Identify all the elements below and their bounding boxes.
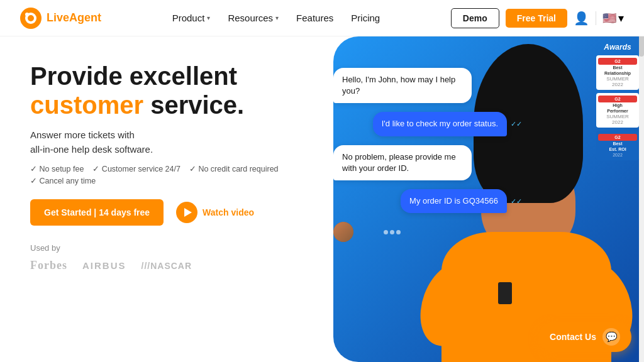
chat-message-3: No problem, please provide me with your … xyxy=(333,145,522,180)
chat-message-2: I'd like to check my order status. ✓✓ xyxy=(333,112,522,136)
chat-message-4: My order ID is GQ34566 ✓✓ xyxy=(333,189,522,213)
demo-button[interactable]: Demo xyxy=(451,8,499,28)
contact-us-button[interactable]: Contact Us 💬 xyxy=(538,322,631,352)
nav-product[interactable]: Product ▾ xyxy=(172,13,211,23)
hero-subtitle: Answer more tickets with all-in-one help… xyxy=(30,128,313,156)
logo[interactable]: LiveAgent xyxy=(20,8,101,29)
dot-2 xyxy=(390,230,394,234)
language-chevron-icon: ▾ xyxy=(618,11,624,25)
feature-customer-service: Customer service 24/7 xyxy=(92,164,180,173)
language-selector[interactable]: 🇺🇸 ▾ xyxy=(602,11,624,25)
hero-title: Provide excellent customer service. xyxy=(30,62,313,119)
hero-right: Hello, I'm John, how may I help you? I'd… xyxy=(333,36,644,362)
hero-features: No setup fee Customer service 24/7 No cr… xyxy=(30,164,313,185)
check-icon-2: ✓✓ xyxy=(511,197,522,206)
hero-left: Provide excellent customer service. Answ… xyxy=(0,36,333,362)
logo-icon xyxy=(20,8,42,29)
nav-divider xyxy=(596,11,596,25)
award-badge-2: G2 HighPerformer SUMMER2022 xyxy=(596,93,639,128)
nav-resources[interactable]: Resources ▾ xyxy=(228,13,279,23)
agent-avatar-3 xyxy=(333,222,353,242)
awards-title: Awards xyxy=(596,43,639,52)
watch-video-button[interactable]: Watch video xyxy=(176,202,254,223)
dot-3 xyxy=(396,230,401,234)
play-icon xyxy=(176,202,197,223)
used-by-label: Used by xyxy=(30,243,313,253)
used-by-section: Used by Forbes AIRBUS ///NASCAR xyxy=(30,243,313,272)
svg-point-3 xyxy=(25,13,29,16)
awards-panel: Awards G2 BestRelationship SUMMER2022 G2… xyxy=(596,43,639,160)
airbus-logo: AIRBUS xyxy=(82,260,126,271)
chat-area: Hello, I'm John, how may I help you? I'd… xyxy=(333,68,522,242)
chat-message-1: Hello, I'm John, how may I help you? xyxy=(333,68,522,103)
hero-section: Provide excellent customer service. Answ… xyxy=(0,36,644,362)
get-started-button[interactable]: Get Started | 14 days free xyxy=(30,199,164,226)
brand-logos: Forbes AIRBUS ///NASCAR xyxy=(30,259,313,272)
chat-bubble-1: Hello, I'm John, how may I help you? xyxy=(333,68,472,103)
navbar: LiveAgent Product ▾ Resources ▾ Features… xyxy=(0,0,644,36)
nav-pricing[interactable]: Pricing xyxy=(351,13,380,23)
watch-video-label: Watch video xyxy=(203,207,254,217)
typing-indicator xyxy=(333,222,522,242)
user-icon[interactable]: 👤 xyxy=(574,11,589,26)
nav-actions: Demo Free Trial 👤 🇺🇸 ▾ xyxy=(451,8,624,28)
feature-cancel-anytime: Cancel any time xyxy=(30,176,96,185)
nascar-logo: ///NASCAR xyxy=(142,261,192,271)
svg-point-2 xyxy=(28,15,34,21)
scrollbar[interactable] xyxy=(639,0,644,362)
chat-bubble-2: I'd like to check my order status. xyxy=(373,112,507,136)
award-badge-3: G2 BestEst. ROI 2022 xyxy=(596,131,639,160)
contact-us-label: Contact Us xyxy=(550,332,596,342)
feature-no-setup: No setup fee xyxy=(30,164,84,173)
product-chevron-icon: ▾ xyxy=(207,14,210,21)
feature-no-credit-card: No credit card required xyxy=(189,164,279,173)
check-icon: ✓✓ xyxy=(511,120,522,128)
typing-dots xyxy=(384,230,401,234)
logo-text: LiveAgent xyxy=(47,11,101,25)
flag-icon: 🇺🇸 xyxy=(602,11,616,25)
nav-menu: Product ▾ Resources ▾ Features Pricing xyxy=(172,13,380,23)
chat-bubble-4: My order ID is GQ34566 xyxy=(401,189,507,213)
dot-1 xyxy=(384,230,388,234)
forbes-logo: Forbes xyxy=(30,259,67,272)
hero-cta: Get Started | 14 days free Watch video xyxy=(30,199,313,226)
award-badge-1: G2 BestRelationship SUMMER2022 xyxy=(596,55,639,90)
nav-features[interactable]: Features xyxy=(296,13,333,23)
contact-chat-icon: 💬 xyxy=(602,328,620,346)
resources-chevron-icon: ▾ xyxy=(275,14,279,21)
chat-bubble-3: No problem, please provide me with your … xyxy=(333,145,472,180)
free-trial-button[interactable]: Free Trial xyxy=(506,9,567,28)
